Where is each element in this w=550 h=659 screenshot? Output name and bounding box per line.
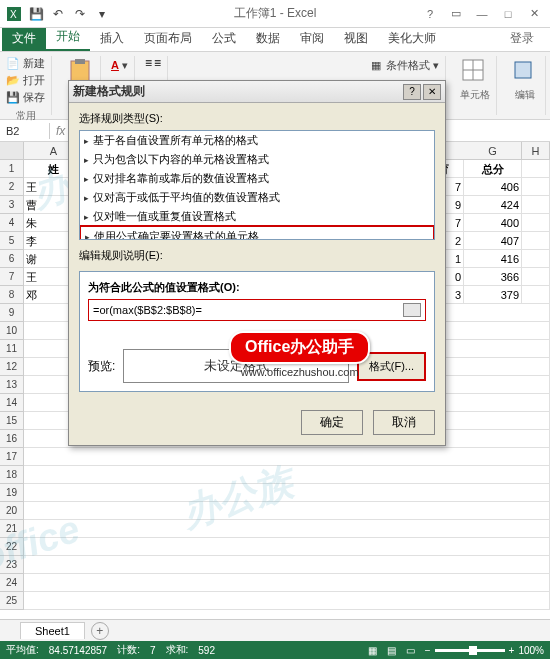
col-h[interactable]: H bbox=[522, 142, 550, 159]
rule-option[interactable]: 基于各自值设置所有单元格的格式 bbox=[80, 131, 434, 150]
ribbon-options-icon[interactable]: ▭ bbox=[444, 5, 468, 23]
cell[interactable]: 379 bbox=[464, 286, 522, 304]
maximize-icon[interactable]: □ bbox=[496, 5, 520, 23]
rule-option[interactable]: 只为包含以下内容的单元格设置格式 bbox=[80, 150, 434, 169]
zoom-value[interactable]: 100% bbox=[518, 645, 544, 656]
row-header[interactable]: 6 bbox=[0, 250, 24, 268]
tab-formulas[interactable]: 公式 bbox=[202, 26, 246, 51]
row-header[interactable]: 5 bbox=[0, 232, 24, 250]
edit-group[interactable]: 编辑 bbox=[505, 56, 546, 115]
sheet-tab[interactable]: Sheet1 bbox=[20, 622, 85, 639]
tab-data[interactable]: 数据 bbox=[246, 26, 290, 51]
row-header[interactable]: 17 bbox=[0, 448, 24, 466]
tab-layout[interactable]: 页面布局 bbox=[134, 26, 202, 51]
row-header[interactable]: 19 bbox=[0, 484, 24, 502]
cell[interactable] bbox=[24, 592, 550, 610]
cell[interactable]: 总分 bbox=[464, 160, 522, 178]
row-header[interactable]: 9 bbox=[0, 304, 24, 322]
view-layout-icon[interactable]: ▤ bbox=[387, 645, 396, 656]
cell[interactable]: 407 bbox=[464, 232, 522, 250]
rule-option[interactable]: 仅对唯一值或重复值设置格式 bbox=[80, 207, 434, 226]
select-all-corner[interactable] bbox=[0, 142, 24, 159]
cell[interactable] bbox=[24, 502, 550, 520]
row-header[interactable]: 11 bbox=[0, 340, 24, 358]
formula-input[interactable]: =or(max($B$2:$B$8)= bbox=[88, 299, 426, 321]
dialog-help-icon[interactable]: ? bbox=[403, 84, 421, 100]
cell[interactable] bbox=[24, 484, 550, 502]
minimize-icon[interactable]: — bbox=[470, 5, 494, 23]
row-header[interactable]: 24 bbox=[0, 574, 24, 592]
cell[interactable] bbox=[522, 178, 550, 196]
name-box[interactable]: B2 bbox=[0, 123, 50, 139]
rule-type-list[interactable]: 基于各自值设置所有单元格的格式 只为包含以下内容的单元格设置格式 仅对排名靠前或… bbox=[79, 130, 435, 240]
new-button[interactable]: 📄新建 bbox=[6, 56, 45, 71]
cell[interactable]: 416 bbox=[464, 250, 522, 268]
zoom-control[interactable]: − + 100% bbox=[425, 645, 544, 656]
row-header[interactable]: 21 bbox=[0, 520, 24, 538]
row-header[interactable]: 23 bbox=[0, 556, 24, 574]
cell[interactable]: 400 bbox=[464, 214, 522, 232]
row-header[interactable]: 16 bbox=[0, 430, 24, 448]
zoom-out-icon[interactable]: − bbox=[425, 645, 431, 656]
cell[interactable] bbox=[24, 538, 550, 556]
rule-option-selected[interactable]: 使用公式确定要设置格式的单元格 bbox=[79, 225, 435, 240]
row-header[interactable]: 12 bbox=[0, 358, 24, 376]
cancel-button[interactable]: 取消 bbox=[373, 410, 435, 435]
rule-option[interactable]: 仅对高于或低于平均值的数值设置格式 bbox=[80, 188, 434, 207]
cell[interactable]: 406 bbox=[464, 178, 522, 196]
add-sheet-icon[interactable]: + bbox=[91, 622, 109, 640]
row-header[interactable]: 2 bbox=[0, 178, 24, 196]
tab-file[interactable]: 文件 bbox=[2, 26, 46, 51]
row-header[interactable]: 15 bbox=[0, 412, 24, 430]
row-header[interactable]: 8 bbox=[0, 286, 24, 304]
dialog-close-icon[interactable]: ✕ bbox=[423, 84, 441, 100]
row-header[interactable]: 25 bbox=[0, 592, 24, 610]
cell[interactable] bbox=[522, 268, 550, 286]
cell[interactable] bbox=[522, 250, 550, 268]
open-button[interactable]: 📂打开 bbox=[6, 73, 45, 88]
zoom-in-icon[interactable]: + bbox=[509, 645, 515, 656]
zoom-slider[interactable] bbox=[435, 649, 505, 652]
cond-format-button[interactable]: ▦条件格式 ▾ bbox=[369, 56, 439, 74]
row-header[interactable]: 7 bbox=[0, 268, 24, 286]
row-header[interactable]: 20 bbox=[0, 502, 24, 520]
view-normal-icon[interactable]: ▦ bbox=[368, 645, 377, 656]
tab-home[interactable]: 开始 bbox=[46, 24, 90, 51]
help-icon[interactable]: ? bbox=[418, 5, 442, 23]
cell[interactable] bbox=[24, 520, 550, 538]
tab-review[interactable]: 审阅 bbox=[290, 26, 334, 51]
range-selector-icon[interactable] bbox=[403, 303, 421, 317]
row-header[interactable]: 14 bbox=[0, 394, 24, 412]
dialog-titlebar[interactable]: 新建格式规则 ? ✕ bbox=[69, 81, 445, 103]
save-button[interactable]: 💾保存 bbox=[6, 90, 45, 105]
redo-icon[interactable]: ↷ bbox=[70, 4, 90, 24]
close-icon[interactable]: ✕ bbox=[522, 5, 546, 23]
font-color-button[interactable]: A ▾ bbox=[111, 56, 128, 74]
cell[interactable] bbox=[24, 556, 550, 574]
row-header[interactable]: 18 bbox=[0, 466, 24, 484]
row-header[interactable]: 3 bbox=[0, 196, 24, 214]
col-g[interactable]: G bbox=[464, 142, 522, 159]
cell[interactable] bbox=[522, 232, 550, 250]
undo-icon[interactable]: ↶ bbox=[48, 4, 68, 24]
cell[interactable]: 424 bbox=[464, 196, 522, 214]
view-break-icon[interactable]: ▭ bbox=[406, 645, 415, 656]
ok-button[interactable]: 确定 bbox=[301, 410, 363, 435]
cell[interactable]: 366 bbox=[464, 268, 522, 286]
tab-insert[interactable]: 插入 bbox=[90, 26, 134, 51]
login-link[interactable]: 登录 bbox=[500, 26, 544, 51]
row-header[interactable]: 13 bbox=[0, 376, 24, 394]
tab-view[interactable]: 视图 bbox=[334, 26, 378, 51]
tab-beauty[interactable]: 美化大师 bbox=[378, 26, 446, 51]
save-icon[interactable]: 💾 bbox=[26, 4, 46, 24]
cells-group[interactable]: 单元格 bbox=[454, 56, 497, 115]
cell[interactable] bbox=[24, 448, 550, 466]
row-header[interactable]: 10 bbox=[0, 322, 24, 340]
row-header[interactable]: 4 bbox=[0, 214, 24, 232]
cell[interactable] bbox=[522, 160, 550, 178]
rule-option[interactable]: 仅对排名靠前或靠后的数值设置格式 bbox=[80, 169, 434, 188]
cell[interactable] bbox=[24, 466, 550, 484]
cell[interactable] bbox=[24, 574, 550, 592]
row-header[interactable]: 1 bbox=[0, 160, 24, 178]
cell[interactable] bbox=[522, 214, 550, 232]
